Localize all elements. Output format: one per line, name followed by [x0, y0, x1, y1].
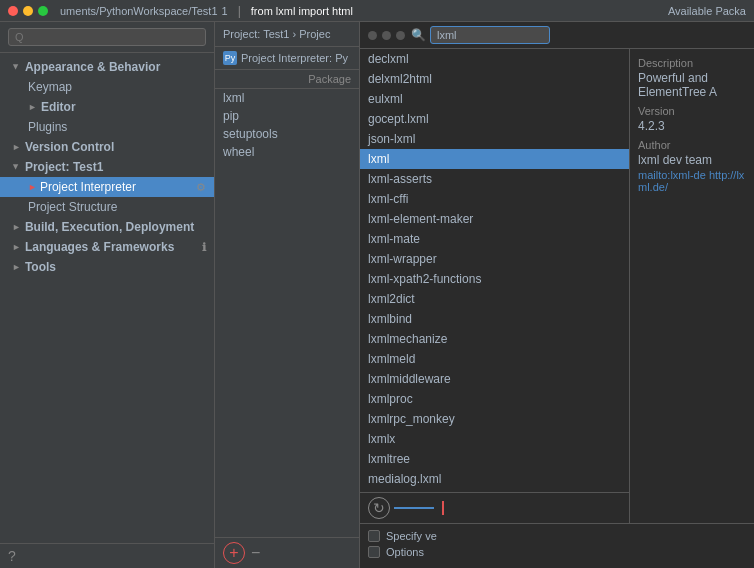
list-item[interactable]: json-lxml [360, 129, 629, 149]
sidebar-item-appearance[interactable]: ► Appearance & Behavior [0, 57, 214, 77]
minimize-button[interactable] [23, 6, 33, 16]
arrow-icon: ► [12, 222, 21, 232]
specify-version-checkbox[interactable] [368, 530, 380, 542]
available-packages-list: declxml delxml2html eulxml gocept.lxml j… [360, 49, 629, 492]
list-item[interactable]: lxmlmiddleware [360, 369, 629, 389]
list-item[interactable]: lxml-xpath2-functions [360, 269, 629, 289]
list-item[interactable]: gocept.lxml [360, 109, 629, 129]
sidebar-item-plugins[interactable]: Plugins [0, 117, 214, 137]
selected-marker-icon: ► [28, 182, 37, 192]
list-item[interactable]: lxml-mate [360, 229, 629, 249]
version-value: 4.2.3 [638, 119, 746, 133]
window-controls[interactable] [8, 6, 48, 16]
list-item[interactable]: lxmlx [360, 429, 629, 449]
close-button[interactable] [8, 6, 18, 16]
panel-title: Available Packa [668, 5, 746, 17]
list-item[interactable]: lxmltree [360, 449, 629, 469]
package-info-panel: Description Powerful and ElementTree A V… [630, 49, 754, 523]
settings-sidebar: ► Appearance & Behavior Keymap ► Editor … [0, 22, 215, 568]
sidebar-search-input[interactable] [8, 28, 206, 46]
search-icon: 🔍 [411, 28, 426, 42]
list-item[interactable]: lxml2dict [360, 289, 629, 309]
available-packages-panel: 🔍 declxml delxml2html eulxml gocept.lxml… [360, 22, 754, 568]
settings-icon: ⚙ [196, 181, 206, 194]
help-button[interactable]: ? [8, 548, 16, 564]
tab-number: 1 [222, 5, 228, 17]
interpreter-header: Py Project Interpreter: Py [215, 47, 359, 70]
list-item[interactable]: setuptools [215, 125, 359, 143]
list-item[interactable]: eulxml [360, 89, 629, 109]
package-link[interactable]: mailto:lxml-de http://lxml.de/ [638, 169, 746, 193]
arrow-icon: ► [28, 102, 37, 112]
sidebar-search[interactable] [0, 22, 214, 53]
list-item-selected[interactable]: lxml [360, 149, 629, 169]
specify-version-row: Specify ve [368, 530, 746, 542]
list-item[interactable]: delxml2html [360, 69, 629, 89]
list-item[interactable]: lxmlrpc_monkey [360, 409, 629, 429]
status-indicator [442, 501, 444, 515]
list-item[interactable]: lxmlbind [360, 309, 629, 329]
maximize-button[interactable] [38, 6, 48, 16]
interpreter-icon: Py [223, 51, 237, 65]
list-item[interactable]: lxmlproc [360, 389, 629, 409]
package-search-input[interactable] [430, 26, 550, 44]
list-item[interactable]: lxmlmeld [360, 349, 629, 369]
sidebar-item-keymap[interactable]: Keymap [0, 77, 214, 97]
list-item[interactable]: medialog.lxml [360, 469, 629, 489]
specify-version-label: Specify ve [386, 530, 437, 542]
arrow-icon: ► [12, 262, 21, 272]
list-item[interactable]: pip [215, 107, 359, 125]
remove-package-button[interactable]: − [251, 544, 260, 562]
title-bar: uments/PythonWorkspace/Test1 1 | from lx… [0, 0, 754, 22]
sidebar-item-build[interactable]: ► Build, Execution, Deployment [0, 217, 214, 237]
dot-icon [396, 31, 405, 40]
package-column-header: Package [215, 70, 359, 89]
list-item[interactable]: lxmlmechanize [360, 329, 629, 349]
list-item[interactable]: lxml-element-maker [360, 209, 629, 229]
right-content: declxml delxml2html eulxml gocept.lxml j… [360, 49, 754, 523]
list-item[interactable]: lxml-cffi [360, 189, 629, 209]
sidebar-item-languages[interactable]: ► Languages & Frameworks ℹ [0, 237, 214, 257]
arrow-icon: ► [11, 63, 21, 72]
available-packages-header: 🔍 [360, 22, 754, 49]
sidebar-item-interpreter[interactable]: ► Project Interpreter ⚙ [0, 177, 214, 197]
center-panel-bottom: + − [215, 537, 359, 568]
list-item[interactable]: declxml [360, 49, 629, 69]
sidebar-item-tools[interactable]: ► Tools [0, 257, 214, 277]
options-label: Options [386, 546, 424, 558]
author-value: lxml dev team [638, 153, 746, 167]
sidebar-bottom: ? [0, 543, 214, 568]
progress-bar [394, 507, 434, 509]
list-item[interactable]: lxml-wrapper [360, 249, 629, 269]
info-icon: ℹ [202, 241, 206, 254]
list-item[interactable]: lxml-asserts [360, 169, 629, 189]
sidebar-item-project[interactable]: ► Project: Test1 [0, 157, 214, 177]
arrow-icon: ► [12, 242, 21, 252]
packages-list-panel: declxml delxml2html eulxml gocept.lxml j… [360, 49, 630, 523]
install-package-button[interactable]: ↻ [368, 497, 390, 519]
list-item[interactable]: wheel [215, 143, 359, 161]
add-package-button[interactable]: + [223, 542, 245, 564]
code-preview: from lxml import html [251, 5, 353, 17]
arrow-icon: ► [12, 142, 21, 152]
installed-packages-list: lxml pip setuptools wheel [215, 89, 359, 537]
window-controls-right [368, 31, 405, 40]
options-checkbox[interactable] [368, 546, 380, 558]
pkg-list-bottom: ↻ [360, 492, 629, 523]
description-label: Description [638, 57, 746, 69]
sidebar-item-structure[interactable]: Project Structure [0, 197, 214, 217]
list-item[interactable]: lxml [215, 89, 359, 107]
author-label: Author [638, 139, 746, 151]
sidebar-item-vcs[interactable]: ► Version Control [0, 137, 214, 157]
breadcrumb: Project: Test1 › Projec [215, 22, 359, 47]
dot-icon [368, 31, 377, 40]
options-row: Options [368, 546, 746, 558]
sidebar-item-editor[interactable]: ► Editor [0, 97, 214, 117]
bottom-options: Specify ve Options [360, 523, 754, 568]
arrow-icon: ► [11, 163, 21, 172]
package-search-bar[interactable]: 🔍 [411, 26, 550, 44]
version-label: Version [638, 105, 746, 117]
description-value: Powerful and ElementTree A [638, 71, 746, 99]
sidebar-nav: ► Appearance & Behavior Keymap ► Editor … [0, 53, 214, 543]
dot-icon [382, 31, 391, 40]
